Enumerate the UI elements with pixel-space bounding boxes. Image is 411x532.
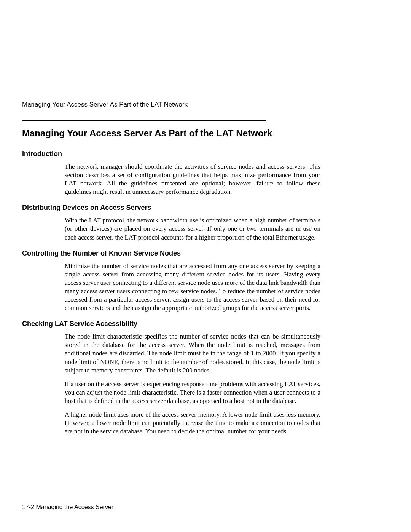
main-heading: Managing Your Access Server As Part of t…: [22, 128, 325, 139]
paragraph: The node limit characteristic specifies …: [65, 332, 320, 374]
section-controlling-service-nodes: Controlling the Number of Known Service …: [22, 249, 325, 313]
document-page: Managing Your Access Server As Part of t…: [0, 0, 411, 532]
section-heading: Distributing Devices on Access Servers: [22, 204, 325, 212]
paragraph: The network manager should coordinate th…: [65, 163, 320, 196]
paragraph: A higher node limit uses more of the acc…: [65, 411, 320, 436]
running-header: Managing Your Access Server As Part of t…: [22, 101, 325, 109]
section-heading: Checking LAT Service Accessibility: [22, 320, 325, 328]
page-footer: 17-2 Managing the Access Server: [22, 504, 113, 511]
paragraph: Minimize the number of service nodes tha…: [65, 262, 320, 313]
paragraph: With the LAT protocol, the network bandw…: [65, 216, 320, 241]
section-introduction: Introduction The network manager should …: [22, 150, 325, 196]
section-checking-lat-accessibility: Checking LAT Service Accessibility The n…: [22, 320, 325, 436]
section-heading: Introduction: [22, 150, 325, 158]
horizontal-rule: [22, 120, 266, 121]
paragraph: If a user on the access server is experi…: [65, 380, 320, 405]
section-heading: Controlling the Number of Known Service …: [22, 249, 325, 257]
section-distributing-devices: Distributing Devices on Access Servers W…: [22, 204, 325, 241]
